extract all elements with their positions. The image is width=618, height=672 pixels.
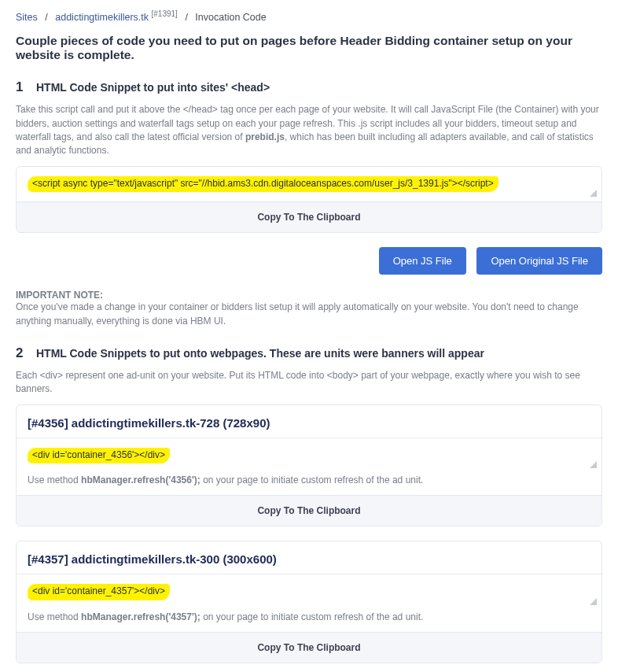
unit-title: [#4357] addictingtimekillers.tk-300 (300… — [17, 541, 601, 574]
unit-body: <div id='container_4357'></div> — [17, 574, 601, 610]
unit-code[interactable]: <div id='container_4357'></div> — [28, 584, 170, 600]
breadcrumb: Sites / addictingtimekillers.tk [#1391] … — [16, 6, 602, 34]
js-button-row: Open JS File Open Original JS File — [16, 247, 602, 275]
breadcrumb-site-id: [#1391] — [152, 9, 178, 18]
resize-handle-icon[interactable] — [590, 190, 597, 197]
unit-body: <div id='container_4356'></div> — [17, 438, 601, 474]
head-snippet-code[interactable]: <script async type="text/javascript" src… — [28, 176, 498, 193]
section2-num: 2 — [16, 345, 28, 361]
unit-card: [#4356] addictingtimekillers.tk-728 (728… — [16, 404, 602, 527]
resize-handle-icon[interactable] — [590, 461, 597, 468]
note-body: Once you've made a change in your contai… — [16, 301, 602, 328]
unit-code[interactable]: <div id='container_4356'></div> — [28, 448, 170, 464]
resize-handle-icon[interactable] — [590, 598, 597, 605]
note-head: IMPORTANT NOTE: — [16, 290, 103, 301]
breadcrumb-site-link[interactable]: addictingtimekillers.tk [#1391] — [55, 12, 180, 23]
unit-refresh-desc: Use method hbManager.refresh('4357'); on… — [17, 610, 601, 632]
section2-desc: Each <div> represent one ad-unit on your… — [16, 369, 602, 397]
section1-desc: Take this script call and put it above t… — [16, 103, 602, 158]
open-original-js-file-button[interactable]: Open Original JS File — [476, 247, 602, 275]
section1-num: 1 — [16, 79, 28, 95]
section2-title: HTML Code Snippets to put onto webpages.… — [36, 347, 484, 360]
unit-title: [#4356] addictingtimekillers.tk-728 (728… — [17, 405, 601, 438]
copy-unit-button[interactable]: Copy To The Clipboard — [17, 632, 601, 663]
breadcrumb-sites[interactable]: Sites — [16, 12, 38, 23]
breadcrumb-sep: / — [40, 12, 52, 23]
section1-title: HTML Code Snippet to put into sites' <he… — [36, 81, 270, 94]
copy-head-snippet-button[interactable]: Copy To The Clipboard — [17, 201, 601, 232]
section1-head: 1 HTML Code Snippet to put into sites' <… — [16, 79, 602, 95]
unit-card: [#4357] addictingtimekillers.tk-300 (300… — [16, 541, 602, 663]
copy-unit-button[interactable]: Copy To The Clipboard — [17, 495, 601, 526]
page-title: Couple pieces of code you need to put on… — [16, 34, 602, 62]
head-snippet-body: <script async type="text/javascript" src… — [17, 167, 601, 202]
head-snippet-card: <script async type="text/javascript" src… — [16, 166, 602, 234]
important-note: IMPORTANT NOTE: Once you've made a chang… — [16, 289, 602, 328]
unit-refresh-desc: Use method hbManager.refresh('4356'); on… — [17, 473, 601, 495]
breadcrumb-current: Invocation Code — [195, 12, 266, 23]
breadcrumb-sep: / — [180, 12, 192, 23]
breadcrumb-site-name: addictingtimekillers.tk — [55, 12, 149, 23]
open-js-file-button[interactable]: Open JS File — [379, 247, 466, 275]
section2-head: 2 HTML Code Snippets to put onto webpage… — [16, 345, 602, 361]
